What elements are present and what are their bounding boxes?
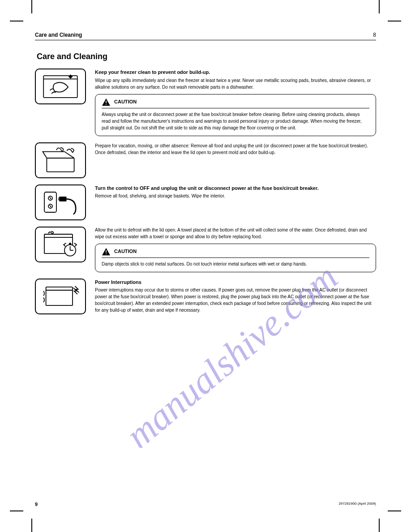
- section-body: Power interruptions may occur due to sto…: [95, 287, 376, 313]
- doc-id: 297281900 (April 2009): [338, 502, 376, 507]
- caution-title: CAUTION: [114, 248, 137, 255]
- caution-box: CAUTION Always unplug the unit or discon…: [95, 94, 376, 136]
- section-text: Turn the control to OFF and unplug the u…: [95, 184, 376, 200]
- svg-point-18: [69, 243, 71, 245]
- svg-rect-4: [106, 104, 107, 105]
- section-text: Keep your freezer clean to prevent odor …: [95, 69, 376, 136]
- page-footer: 9 297281900 (April 2009): [35, 502, 376, 507]
- crop-mark: [31, 519, 32, 532]
- caution-box: CAUTION Damp objects stick to cold metal…: [95, 244, 376, 272]
- power-surge-icon: [35, 279, 86, 314]
- svg-rect-20: [106, 253, 107, 254]
- page-header: Care and Cleaning 8: [35, 30, 376, 40]
- section-body: Prepare for vacation, moving, or other a…: [95, 142, 376, 156]
- section-text: Prepare for vacation, moving, or other a…: [95, 142, 376, 156]
- manual-page: manualshive.com Care and Cleaning 8 Care…: [0, 0, 411, 532]
- svg-rect-3: [106, 100, 107, 103]
- clean-surface-icon: [35, 69, 86, 104]
- section-body: Allow the unit to defrost with the lid o…: [95, 227, 376, 240]
- crop-mark: [388, 21, 401, 21]
- page-title: Care and Cleaning: [37, 52, 376, 61]
- svg-line-10: [50, 206, 51, 207]
- crop-mark: [388, 511, 401, 511]
- open-lid-icon: [35, 142, 86, 178]
- caution-body: Always unplug the unit or disconnect pow…: [102, 111, 369, 131]
- defrost-clock-icon: [35, 227, 86, 262]
- section-heading: Keep your freezer clean to prevent odor …: [95, 69, 376, 76]
- section-body: Wipe up any spills immediately and clean…: [95, 77, 376, 90]
- section-defrost: Allow the unit to defrost with the lid o…: [35, 227, 376, 272]
- svg-rect-19: [106, 250, 107, 253]
- section-body: Remove all food, shelving, and storage b…: [95, 193, 376, 199]
- warning-triangle-icon: [102, 248, 111, 256]
- section-text: Allow the unit to defrost with the lid o…: [95, 227, 376, 272]
- section-unplug: Turn the control to OFF and unplug the u…: [35, 184, 376, 220]
- header-page: 8: [373, 32, 376, 38]
- crop-mark: [31, 0, 32, 13]
- svg-rect-5: [47, 158, 74, 172]
- page-number: 9: [35, 502, 38, 507]
- caution-body: Damp objects stick to cold metal surface…: [102, 261, 369, 267]
- crop-mark: [10, 21, 23, 21]
- section-heading: Turn the control to OFF and unplug the u…: [95, 184, 376, 192]
- header-title: Care and Cleaning: [35, 32, 82, 38]
- caution-header: CAUTION: [102, 98, 369, 108]
- section-text: Power Interruptions Power interruptions …: [95, 279, 376, 314]
- section-cleaning: Keep your freezer clean to prevent odor …: [35, 69, 376, 136]
- crop-mark: [10, 511, 23, 511]
- caution-title: CAUTION: [114, 98, 137, 106]
- page-content: Care and Cleaning Keep your freezer clea…: [35, 40, 376, 314]
- svg-line-9: [50, 197, 51, 199]
- crop-mark: [379, 519, 380, 532]
- warning-triangle-icon: [102, 98, 111, 106]
- unplug-icon: [35, 184, 86, 220]
- svg-rect-6: [44, 192, 56, 212]
- svg-rect-21: [46, 287, 73, 305]
- caution-header: CAUTION: [102, 248, 369, 258]
- section-power: Power Interruptions Power interruptions …: [35, 279, 376, 314]
- crop-mark: [379, 0, 380, 13]
- section-vacation: Prepare for vacation, moving, or other a…: [35, 142, 376, 178]
- section-heading: Power Interruptions: [95, 279, 376, 286]
